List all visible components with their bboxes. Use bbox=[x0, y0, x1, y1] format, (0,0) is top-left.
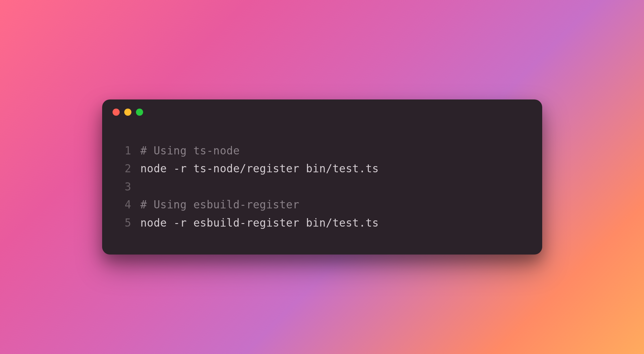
editor-window: 1 # Using ts-node 2 node -r ts-node/regi… bbox=[102, 99, 542, 255]
maximize-icon[interactable] bbox=[136, 109, 143, 116]
code-comment: # Using esbuild-register bbox=[141, 196, 300, 214]
code-line: 3 bbox=[118, 178, 526, 196]
code-line: 2 node -r ts-node/register bin/test.ts bbox=[118, 160, 526, 177]
minimize-icon[interactable] bbox=[124, 109, 131, 116]
code-line: 4 # Using esbuild-register bbox=[118, 196, 526, 214]
title-bar bbox=[102, 99, 542, 119]
line-number: 3 bbox=[118, 178, 131, 196]
code-line: 1 # Using ts-node bbox=[118, 142, 526, 160]
code-line: 5 node -r esbuild-register bin/test.ts bbox=[118, 214, 526, 232]
line-number: 5 bbox=[118, 214, 131, 232]
code-text: node -r ts-node/register bin/test.ts bbox=[141, 160, 379, 177]
code-text: node -r esbuild-register bin/test.ts bbox=[141, 214, 379, 232]
code-area[interactable]: 1 # Using ts-node 2 node -r ts-node/regi… bbox=[102, 119, 542, 255]
code-comment: # Using ts-node bbox=[141, 142, 240, 160]
close-icon[interactable] bbox=[113, 109, 120, 116]
line-number: 4 bbox=[118, 196, 131, 214]
line-number: 2 bbox=[118, 160, 131, 177]
line-number: 1 bbox=[118, 142, 131, 160]
